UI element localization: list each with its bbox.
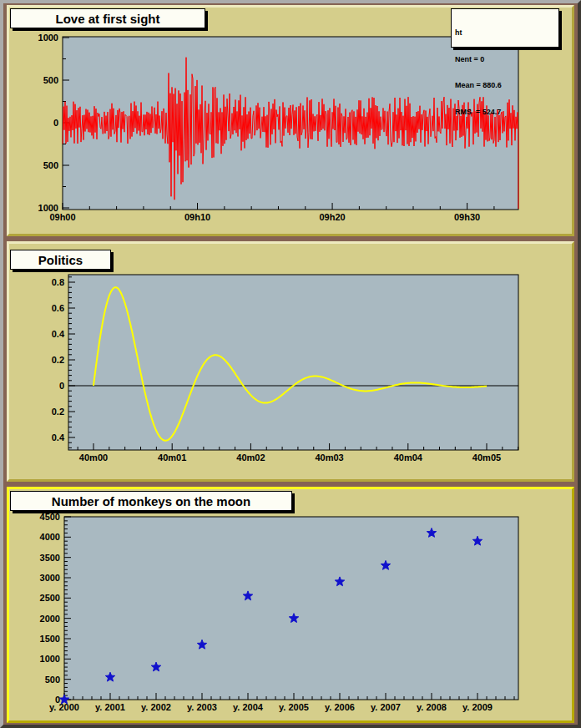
svg-text:40m02: 40m02 <box>236 452 265 463</box>
stats-rms: RMS = 524.7 <box>455 108 555 117</box>
pad-title-box[interactable]: Love at first sight <box>10 8 205 28</box>
svg-text:500: 500 <box>45 675 60 685</box>
svg-text:40m01: 40m01 <box>158 452 186 463</box>
svg-text:y. 2002: y. 2002 <box>141 702 171 712</box>
root-canvas-window: 10005000500100009h0009h1009h2009h30 Love… <box>0 0 581 728</box>
svg-text:09h20: 09h20 <box>319 212 345 222</box>
svg-text:0.4: 0.4 <box>52 329 65 339</box>
pad-title: Politics <box>38 253 83 267</box>
svg-text:40m05: 40m05 <box>472 452 501 463</box>
svg-text:500: 500 <box>43 75 58 85</box>
svg-text:0.4: 0.4 <box>52 432 65 442</box>
stats-entries: Nent = 0 <box>455 55 555 64</box>
pad-love-at-first-sight[interactable]: 10005000500100009h0009h1009h2009h30 Love… <box>7 5 574 236</box>
svg-text:0.2: 0.2 <box>52 407 64 417</box>
svg-text:y. 2001: y. 2001 <box>95 702 125 712</box>
svg-text:y. 2000: y. 2000 <box>49 702 79 712</box>
svg-text:y. 2006: y. 2006 <box>325 702 355 712</box>
svg-text:1000: 1000 <box>40 654 60 664</box>
monkeys-chart-svg: 050010001500200025003000350040004500y. 2… <box>9 489 572 720</box>
svg-text:3500: 3500 <box>40 553 60 563</box>
svg-text:2500: 2500 <box>40 593 60 603</box>
svg-text:y. 2008: y. 2008 <box>417 702 447 712</box>
svg-text:0: 0 <box>59 381 64 391</box>
stats-mean: Mean = 880.6 <box>455 81 555 90</box>
svg-text:2000: 2000 <box>40 614 60 624</box>
svg-text:3000: 3000 <box>40 573 60 583</box>
pad-politics[interactable]: 0.80.60.40.200.20.440m0040m0140m0240m034… <box>7 241 574 482</box>
svg-text:0: 0 <box>53 118 58 128</box>
svg-text:1000: 1000 <box>38 33 58 43</box>
svg-text:0.6: 0.6 <box>52 303 64 313</box>
svg-text:y. 2007: y. 2007 <box>371 702 401 712</box>
svg-text:40m00: 40m00 <box>79 452 108 463</box>
pad-title-box[interactable]: Politics <box>10 250 111 270</box>
svg-text:y. 2005: y. 2005 <box>279 702 309 712</box>
stats-box[interactable]: ht Nent = 0 Mean = 880.6 RMS = 524.7 <box>451 8 559 48</box>
svg-text:09h00: 09h00 <box>49 212 75 222</box>
svg-text:y. 2004: y. 2004 <box>233 702 264 712</box>
politics-chart-svg: 0.80.60.40.200.20.440m0040m0140m0240m034… <box>9 244 572 479</box>
svg-text:4500: 4500 <box>40 512 60 522</box>
pad-title: Number of monkeys on the moon <box>52 494 250 508</box>
pad-title-box[interactable]: Number of monkeys on the moon <box>10 491 292 511</box>
pad-title: Love at first sight <box>55 12 159 26</box>
svg-text:09h10: 09h10 <box>184 212 210 222</box>
svg-text:40m04: 40m04 <box>394 452 423 463</box>
svg-text:1500: 1500 <box>40 634 60 644</box>
stats-hist-name: ht <box>455 28 555 38</box>
svg-text:09h30: 09h30 <box>454 212 480 222</box>
svg-text:y. 2003: y. 2003 <box>187 702 217 712</box>
pad-monkeys[interactable]: 050010001500200025003000350040004500y. 2… <box>7 487 574 723</box>
svg-text:4000: 4000 <box>40 532 60 542</box>
svg-text:y. 2009: y. 2009 <box>462 702 493 712</box>
svg-text:500: 500 <box>43 160 58 170</box>
svg-text:0.2: 0.2 <box>52 355 64 365</box>
svg-text:40m03: 40m03 <box>315 452 343 463</box>
svg-text:0.8: 0.8 <box>52 277 64 287</box>
